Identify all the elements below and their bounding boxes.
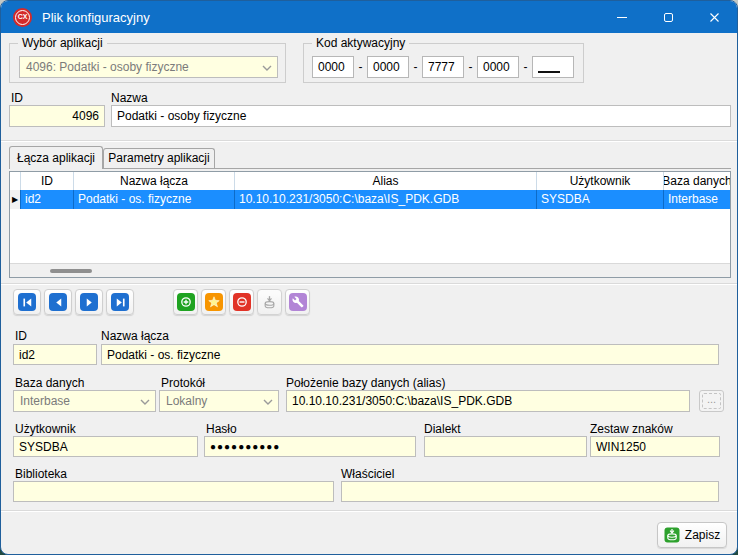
empty-mask-underline [538,71,560,73]
tools-button[interactable] [285,289,310,315]
row-cell-user[interactable]: SYSDBA [537,190,664,209]
delete-record-button[interactable] [229,289,254,315]
post-record-button[interactable] [257,289,282,315]
row-cell-id[interactable]: id2 [21,190,74,209]
activation-segment-3[interactable]: 7777 [422,56,464,78]
titlebar: CX Plik konfiguracyjny [1,1,737,33]
protocol-combobox[interactable]: Lokalny [159,390,279,412]
activation-segment-4-value: 0000 [483,60,510,74]
password-field[interactable] [204,436,416,457]
scrollbar-thumb[interactable] [50,269,92,273]
activation-segment-4[interactable]: 0000 [477,56,519,78]
owner-field[interactable] [341,481,719,502]
minimize-button[interactable] [599,1,645,33]
delete-record-icon [233,293,251,311]
app-name-field[interactable] [111,105,731,127]
app-selection-group: Wybór aplikacji 4096: Podatki - osoby fi… [9,43,286,83]
row-indicator-icon: ▶ [10,190,21,209]
prior-record-button[interactable] [44,289,72,315]
browse-button[interactable]: ... [699,390,724,412]
first-record-icon [18,293,36,311]
insert-record-icon [177,293,195,311]
grid-horizontal-scrollbar[interactable] [10,263,730,277]
tab-links-label: Łącza aplikacji [17,151,95,165]
database-type-combobox[interactable]: Interbase [13,390,156,412]
tab-links[interactable]: Łącza aplikacji [9,146,103,169]
activation-segment-5[interactable] [532,56,574,78]
footer-divider [1,510,738,511]
detail-id-field[interactable] [13,344,97,365]
window-title: Plik konfiguracyjny [42,10,150,25]
database-type-value: Interbase [20,394,70,408]
save-button[interactable]: Zapisz [657,522,727,548]
section-divider [1,140,738,141]
grid-selected-row[interactable]: ▶ id2 Podatki - os. fizyczne 10.10.10.23… [10,190,730,209]
detail-db-label: Baza danych [15,376,84,390]
tools-wrench-icon [289,293,307,311]
maximize-button[interactable] [645,1,691,33]
owner-label: Właściciel [341,467,394,481]
grid-header: ID Nazwa łącza Alias Użytkownik Baza dan… [10,172,730,190]
app-icon-letters: CX [15,10,30,25]
row-cell-db[interactable]: Interbase [664,190,730,209]
chevron-down-icon [263,399,273,405]
edit-record-button[interactable] [201,289,226,315]
window-controls [599,1,737,33]
first-record-button[interactable] [13,289,41,315]
detail-protocol-label: Protokół [161,376,205,390]
grid-header-alias[interactable]: Alias [235,172,537,190]
password-label: Hasło [206,422,237,436]
next-record-icon [80,293,98,311]
prior-record-icon [49,293,67,311]
database-location-field[interactable] [286,390,690,412]
dialect-field[interactable] [424,436,587,457]
detail-name-label: Nazwa łącza [101,329,169,343]
grid-header-user[interactable]: Użytkownik [537,172,664,190]
grid-header-db[interactable]: Baza danych [664,172,730,190]
app-name-label: Nazwa [111,91,148,105]
app-icon: CX [13,8,32,27]
activation-segment-2-value: 0000 [373,60,400,74]
edit-record-icon [205,293,223,311]
activation-segment-2[interactable]: 0000 [367,56,409,78]
last-record-button[interactable] [106,289,134,315]
application-combobox[interactable]: 4096: Podatki - osoby fizyczne [19,56,278,78]
next-record-button[interactable] [75,289,103,315]
record-edit-buttons [173,289,254,315]
minimize-icon [617,17,627,18]
tab-parameters[interactable]: Parametry aplikacji [103,148,215,168]
app-id-field[interactable] [9,105,105,127]
app-id-label: ID [11,91,23,105]
activation-code-group-label: Kod aktywacyjny [312,36,409,50]
segment-separator: - [519,60,532,74]
save-button-label: Zapisz [685,528,720,542]
chevron-down-icon [140,399,150,405]
links-grid: ID Nazwa łącza Alias Użytkownik Baza dan… [9,171,731,278]
grid-header-indicator [10,172,21,190]
row-cell-name[interactable]: Podatki - os. fizyczne [74,190,235,209]
library-field[interactable] [13,481,334,502]
detail-location-label: Położenie bazy danych (alias) [286,376,445,390]
activation-code-group: Kod aktywacyjny 0000 - 0000 - 7777 - 000… [303,43,584,83]
insert-record-button[interactable] [173,289,198,315]
grid-header-name[interactable]: Nazwa łącza [74,172,235,190]
activation-segment-3-value: 7777 [428,60,455,74]
record-action-buttons [257,289,310,315]
detail-name-field[interactable] [101,344,719,365]
tab-parameters-label: Parametry aplikacji [108,151,209,165]
toolbar-divider [1,283,738,284]
close-button[interactable] [691,1,737,33]
application-combobox-value: 4096: Podatki - osoby fizyczne [26,60,189,74]
charset-field[interactable] [590,436,720,457]
record-navigator [13,289,134,315]
maximize-icon [664,13,673,22]
app-selection-group-label: Wybór aplikacji [18,36,107,50]
post-record-icon [262,295,277,310]
activation-segment-1[interactable]: 0000 [312,56,354,78]
user-label: Użytkownik [15,422,76,436]
user-field[interactable] [13,436,198,457]
config-file-window: CX Plik konfiguracyjny Wybór aplikacji 4… [0,0,738,555]
grid-header-id[interactable]: ID [21,172,74,190]
chevron-down-icon [262,65,272,71]
row-cell-alias[interactable]: 10.10.10.231/3050:C:\baza\IS_PDK.GDB [235,190,537,209]
